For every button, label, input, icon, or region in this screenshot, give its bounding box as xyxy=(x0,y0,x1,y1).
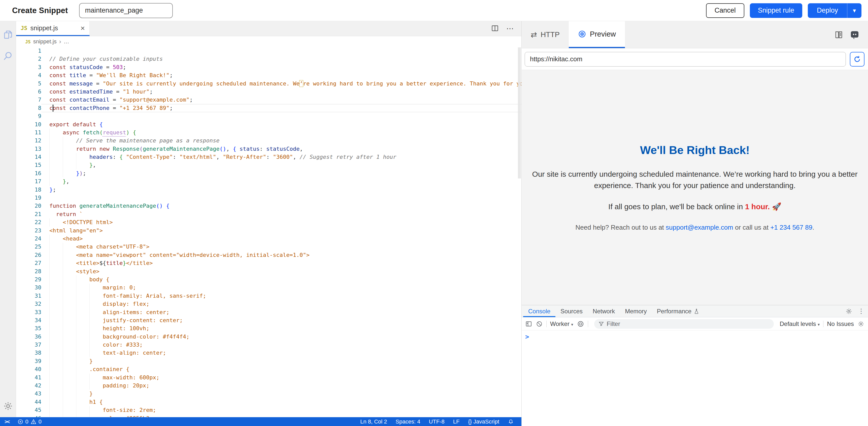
code-line[interactable]: 37color: #333; xyxy=(16,341,521,349)
more-actions-icon[interactable]: ⋯ xyxy=(506,24,514,33)
live-expression-eye-icon[interactable] xyxy=(577,320,584,328)
devtools-tab-network[interactable]: Network xyxy=(588,305,620,317)
console-prompt-chevron[interactable]: > xyxy=(525,333,529,341)
breadcrumb[interactable]: JS snippet.js › … xyxy=(16,36,521,47)
split-editor-icon[interactable] xyxy=(491,24,499,32)
code-line[interactable]: 46color: #0056b3; xyxy=(16,415,521,417)
problems-status[interactable]: 0 0 xyxy=(18,419,42,425)
cursor-position[interactable]: Ln 8, Col 2 xyxy=(360,419,387,425)
code-line[interactable]: 18}; xyxy=(16,186,521,194)
code-line[interactable]: 45font-size: 2rem; xyxy=(16,406,521,414)
snippet-name-input[interactable] xyxy=(79,3,173,18)
code-line[interactable]: 22<!DOCTYPE html> xyxy=(16,218,521,226)
code-line[interactable]: 2// Define your customizable inputs xyxy=(16,55,521,63)
devtools-tab-console[interactable]: Console xyxy=(523,305,555,317)
log-levels-dropdown[interactable]: Default levels ▾ xyxy=(780,320,820,328)
code-line[interactable]: 35height: 100vh; xyxy=(16,324,521,333)
console-settings-gear-icon[interactable] xyxy=(858,320,865,328)
code-line[interactable]: 5const message = "Our site is currently … xyxy=(16,80,521,88)
code-line[interactable]: 21 return ` xyxy=(16,210,521,218)
url-input[interactable] xyxy=(525,52,846,66)
editor-scrollbar[interactable] xyxy=(518,47,521,178)
code-line[interactable]: 42padding: 20px; xyxy=(16,381,521,390)
code-line[interactable]: 39} xyxy=(16,357,521,365)
code-line[interactable]: 25<meta charset="UTF-8"> xyxy=(16,243,521,251)
clear-console-icon[interactable] xyxy=(536,320,543,328)
code-line[interactable]: 23<html lang="en"> xyxy=(16,227,521,235)
code-editor[interactable]: 12// Define your customizable inputs3con… xyxy=(16,47,521,417)
code-line[interactable]: 13return new Response(generateMaintenanc… xyxy=(16,145,521,153)
support-phone-link[interactable]: +1 234 567 89 xyxy=(770,224,812,231)
tab-http[interactable]: ⇄ HTTP xyxy=(522,21,569,48)
code-line[interactable]: 16}); xyxy=(16,169,521,177)
devtools-tab-memory[interactable]: Memory xyxy=(620,305,652,317)
cancel-button[interactable]: Cancel xyxy=(706,3,744,18)
code-line[interactable]: 17}, xyxy=(16,177,521,186)
close-tab-icon[interactable]: × xyxy=(80,24,85,32)
console-output[interactable]: > xyxy=(522,331,868,426)
code-line[interactable]: 3const statusCode = 503; xyxy=(16,63,521,71)
code-line[interactable]: 29body { xyxy=(16,276,521,284)
code-line[interactable]: 36background-color: #f4f4f4; xyxy=(16,333,521,341)
deploy-caret-icon[interactable]: ▾ xyxy=(847,3,862,18)
code-line[interactable]: 14headers: { "Content-Type": "text/html"… xyxy=(16,153,521,161)
notifications-bell-icon[interactable] xyxy=(508,419,514,425)
code-line[interactable]: 34justify-content: center; xyxy=(16,316,521,324)
deploy-button[interactable]: Deploy xyxy=(808,3,847,18)
code-line[interactable]: 27<title>${title}</title> xyxy=(16,259,521,267)
code-line[interactable]: 31font-family: Arial, sans-serif; xyxy=(16,292,521,300)
console-filter[interactable] xyxy=(594,319,774,329)
code-line[interactable]: 6const estimatedTime = "1 hour"; xyxy=(16,88,521,96)
breadcrumb-file[interactable]: snippet.js xyxy=(33,38,57,45)
deploy-split-button[interactable]: Deploy ▾ xyxy=(808,3,862,18)
code-line[interactable]: 1 xyxy=(16,47,521,55)
search-icon[interactable] xyxy=(0,48,16,64)
code-line[interactable]: 38text-align: center; xyxy=(16,349,521,357)
language-mode[interactable]: {} JavaScript xyxy=(468,419,499,425)
code-line[interactable]: 10export default { xyxy=(16,120,521,129)
settings-gear-icon[interactable] xyxy=(0,398,16,414)
tab-preview[interactable]: Preview xyxy=(569,21,625,48)
code-line[interactable]: 15}, xyxy=(16,161,521,169)
code-line[interactable]: 44h1 { xyxy=(16,398,521,406)
filter-input[interactable] xyxy=(607,320,770,328)
code-line[interactable]: 26<meta name="viewport" content="width=d… xyxy=(16,251,521,259)
code-line[interactable]: 41max-width: 600px; xyxy=(16,374,521,381)
code-line[interactable]: 20function generateMaintenancePage() { xyxy=(16,202,521,210)
indentation-setting[interactable]: Spaces: 4 xyxy=(396,419,421,425)
remote-indicator-icon[interactable]: >< xyxy=(2,419,11,425)
devtools-tab-performance[interactable]: Performance xyxy=(652,305,705,317)
console-sidebar-toggle-icon[interactable] xyxy=(525,320,532,328)
code-line[interactable]: 12// Serve the maintenance page as a res… xyxy=(16,137,521,145)
code-line[interactable]: 8const contactPhone = "+1 234 567 89"; xyxy=(16,104,521,112)
docs-book-icon[interactable] xyxy=(834,30,843,39)
line-content: headers: { "Content-Type": "text/html", … xyxy=(41,153,521,161)
code-line[interactable]: 40.container { xyxy=(16,365,521,373)
discord-chat-icon[interactable] xyxy=(850,30,860,39)
code-line[interactable]: 33align-items: center; xyxy=(16,308,521,316)
code-line[interactable]: 28<style> xyxy=(16,267,521,276)
encoding-setting[interactable]: UTF-8 xyxy=(429,419,444,425)
code-line[interactable]: 11async fetch(request) { xyxy=(16,129,521,137)
devtools-tab-sources[interactable]: Sources xyxy=(555,305,588,317)
snippet-rule-button[interactable]: Snippet rule xyxy=(750,3,802,18)
eol-setting[interactable]: LF xyxy=(453,419,460,425)
devtools-settings-gear-icon[interactable] xyxy=(845,308,852,315)
line-number: 17 xyxy=(16,177,41,186)
code-line[interactable]: 19 xyxy=(16,194,521,202)
code-line[interactable]: 4const title = "We'll Be Right Back!"; xyxy=(16,71,521,79)
breadcrumb-more[interactable]: … xyxy=(64,38,69,45)
worker-context-dropdown[interactable]: Worker ▾ xyxy=(550,320,573,328)
refresh-button[interactable] xyxy=(850,52,865,66)
tab-snippet-js[interactable]: JS snippet.js × xyxy=(16,21,90,36)
code-line[interactable]: 43} xyxy=(16,390,521,398)
code-line[interactable]: 32display: flex; xyxy=(16,300,521,308)
code-line[interactable]: 9 xyxy=(16,112,521,120)
issues-counter[interactable]: No Issues xyxy=(827,320,854,328)
code-line[interactable]: 30margin: 0; xyxy=(16,284,521,292)
code-line[interactable]: 24<head> xyxy=(16,235,521,243)
files-icon[interactable] xyxy=(0,27,16,43)
code-line[interactable]: 7const contactEmail = "support@example.c… xyxy=(16,96,521,104)
devtools-kebab-menu-icon[interactable]: ⋮ xyxy=(858,307,865,315)
support-email-link[interactable]: support@example.com xyxy=(666,224,733,231)
